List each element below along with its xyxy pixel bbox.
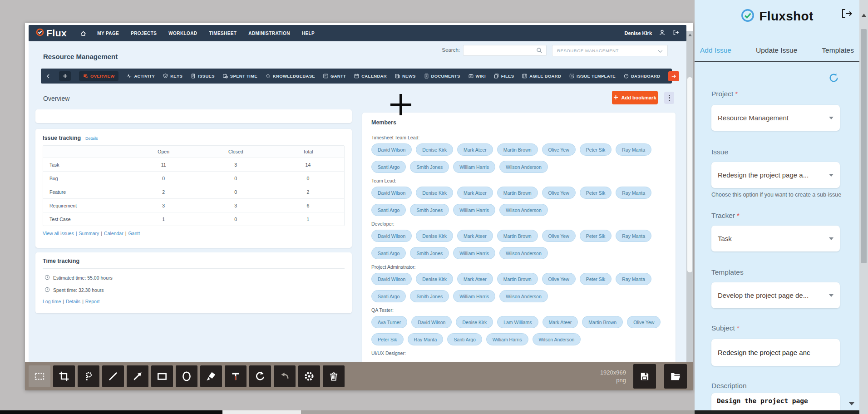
- browser-scrollbar[interactable]: [859, 0, 868, 414]
- member-chip[interactable]: Martin Brown: [582, 316, 623, 328]
- member-chip[interactable]: Smith Jones: [410, 204, 449, 216]
- member-chip[interactable]: Peter Sik: [371, 333, 404, 345]
- app-scrollbar-thumb[interactable]: [687, 77, 692, 272]
- member-chip[interactable]: David Wilson: [371, 187, 412, 199]
- member-chip[interactable]: Mark Ateer: [457, 143, 493, 156]
- member-chip[interactable]: Olive Yew: [542, 143, 576, 156]
- tool-line-button[interactable]: [102, 365, 124, 387]
- member-chip[interactable]: Peter Sik: [580, 143, 612, 156]
- nav-item-projects[interactable]: PROJECTS: [131, 31, 157, 36]
- tab-spent-time[interactable]: SPENT TIME: [223, 74, 257, 79]
- member-chip[interactable]: Ray Manta: [616, 187, 651, 199]
- member-chip[interactable]: Smith Jones: [410, 161, 449, 173]
- link-calendar[interactable]: Calendar: [104, 231, 123, 236]
- issue-row[interactable]: Bug000: [43, 171, 344, 185]
- member-chip[interactable]: Wilson Anderson: [499, 204, 548, 216]
- tool-rectangle-button[interactable]: [151, 365, 173, 387]
- link-report[interactable]: Report: [85, 299, 100, 304]
- member-chip[interactable]: David Wilson: [411, 316, 452, 328]
- templates-select[interactable]: Develop the project page de...: [711, 282, 840, 308]
- scroll-up-icon[interactable]: [862, 14, 866, 17]
- link-log-time[interactable]: Log time: [43, 299, 61, 304]
- user-name[interactable]: Denise Kirk: [624, 30, 652, 36]
- member-chip[interactable]: Santi Argo: [371, 204, 406, 216]
- tab-activity[interactable]: ACTIVITY: [127, 74, 155, 79]
- home-icon[interactable]: [80, 30, 86, 36]
- member-chip[interactable]: Olive Yew: [542, 187, 576, 199]
- tool-undo-button[interactable]: [274, 365, 296, 387]
- member-chip[interactable]: Ray Manta: [408, 333, 444, 345]
- tab-news[interactable]: NEWS: [395, 74, 416, 79]
- issue-row[interactable]: Task11314: [43, 158, 344, 171]
- tab-issue-template[interactable]: ISSUE TEMPLATE: [569, 74, 616, 79]
- tab-wiki[interactable]: WIKI: [469, 74, 486, 79]
- tool-redo-button[interactable]: [249, 365, 271, 387]
- tool-selection-button[interactable]: [29, 365, 50, 387]
- nav-item-help[interactable]: HELP: [302, 31, 315, 36]
- member-chip[interactable]: Smith Jones: [410, 290, 449, 302]
- tool-arrow-button[interactable]: [127, 365, 148, 387]
- member-chip[interactable]: Ray Manta: [616, 230, 651, 242]
- tab-overview[interactable]: OVERVIEW: [79, 71, 118, 81]
- member-chip[interactable]: Mark Ateer: [457, 230, 493, 242]
- member-chip[interactable]: William Harris: [453, 204, 495, 216]
- tool-crop-button[interactable]: [53, 365, 75, 387]
- member-chip[interactable]: Martin Brown: [497, 230, 538, 242]
- open-folder-button[interactable]: [664, 364, 687, 389]
- member-chip[interactable]: Peter Sik: [580, 230, 612, 242]
- member-chip[interactable]: Denise Kirk: [416, 143, 453, 156]
- tab-files[interactable]: FILES: [494, 74, 514, 79]
- add-tab-button[interactable]: [59, 71, 71, 81]
- member-chip[interactable]: David Wilson: [371, 273, 412, 285]
- member-chip[interactable]: Wilson Anderson: [499, 161, 548, 173]
- member-chip[interactable]: Olive Yew: [627, 316, 661, 328]
- browser-scrollbar-thumb[interactable]: [861, 29, 867, 263]
- project-jump-select[interactable]: RESOURCE MANAGEMENT: [552, 45, 668, 56]
- member-chip[interactable]: Mark Ateer: [457, 273, 493, 285]
- save-button[interactable]: [633, 364, 656, 389]
- tab-agile-board[interactable]: AGILE BOARD: [522, 74, 561, 79]
- member-chip[interactable]: Wilson Anderson: [499, 290, 548, 302]
- member-chip[interactable]: Ray Manta: [616, 143, 651, 156]
- tab-calendar[interactable]: CALENDAR: [354, 74, 387, 79]
- member-chip[interactable]: Wilson Anderson: [533, 333, 581, 345]
- member-chip[interactable]: Olive Yew: [542, 273, 576, 285]
- tab-keys[interactable]: KEYS: [163, 74, 182, 79]
- member-chip[interactable]: David Wilson: [371, 230, 412, 242]
- member-chip[interactable]: Peter Sik: [580, 273, 612, 285]
- nav-item-my-page[interactable]: MY PAGE: [97, 31, 119, 36]
- scroll-up-icon[interactable]: [688, 34, 692, 36]
- member-chip[interactable]: Denise Kirk: [416, 230, 453, 242]
- user-icon[interactable]: [659, 29, 666, 38]
- member-chip[interactable]: Ava Turner: [371, 316, 407, 328]
- member-chip[interactable]: Martin Brown: [497, 143, 538, 156]
- member-chip[interactable]: Mark Ateer: [542, 316, 578, 328]
- link-details[interactable]: Details: [66, 299, 80, 304]
- member-chip[interactable]: Denise Kirk: [416, 187, 453, 199]
- tab-dashboard[interactable]: DASHBOARD: [624, 74, 660, 79]
- tool-pixelate-button[interactable]: [78, 365, 99, 387]
- tracker-select[interactable]: Task: [711, 226, 840, 251]
- member-chip[interactable]: Peter Sik: [580, 187, 612, 199]
- refresh-icon[interactable]: [829, 73, 839, 85]
- add-bookmark-button[interactable]: Add bookmark: [612, 91, 658, 104]
- member-chip[interactable]: Mark Ateer: [457, 187, 493, 199]
- member-chip[interactable]: Martin Brown: [497, 187, 538, 199]
- fluxshot-tab-templates[interactable]: Templates: [822, 46, 854, 54]
- member-chip[interactable]: David Wilson: [371, 143, 412, 156]
- issue-row[interactable]: Requirement336: [43, 198, 344, 212]
- tool-ellipse-button[interactable]: [176, 365, 197, 387]
- link-summary[interactable]: Summary: [79, 231, 99, 236]
- tool-trash-button[interactable]: [323, 365, 345, 387]
- member-chip[interactable]: William Harris: [486, 333, 528, 345]
- tab-issues[interactable]: ISSUES: [191, 74, 215, 79]
- flux-logo[interactable]: Flux: [36, 28, 67, 39]
- tabs-back-icon[interactable]: [45, 74, 51, 79]
- member-chip[interactable]: Denise Kirk: [456, 316, 493, 328]
- tool-brush-button[interactable]: [200, 365, 222, 387]
- member-chip[interactable]: Wilson Anderson: [499, 247, 548, 259]
- issue-row[interactable]: Feature202: [43, 185, 344, 198]
- tab-gantt[interactable]: GANTT: [323, 74, 346, 79]
- details-link[interactable]: Details: [85, 136, 98, 141]
- fluxshot-tab-add-issue[interactable]: Add Issue: [700, 46, 731, 54]
